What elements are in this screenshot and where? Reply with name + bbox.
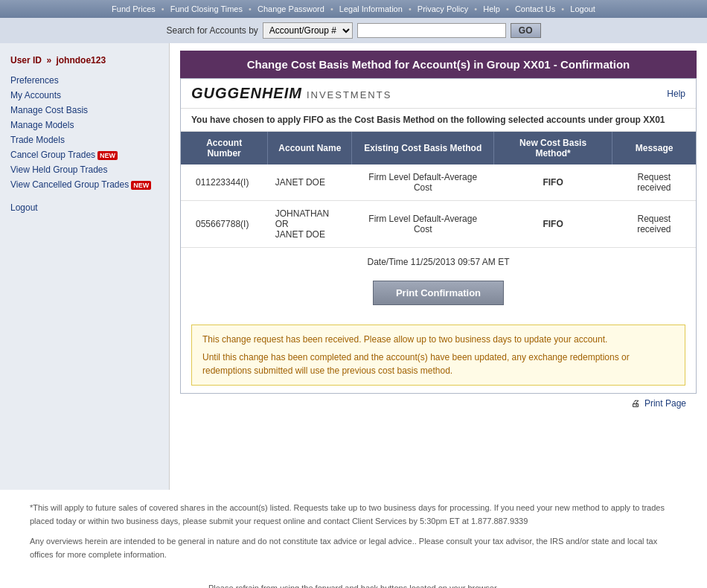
col-new-method: New Cost Basis Method* bbox=[493, 132, 612, 164]
printer-icon: 🖨 bbox=[631, 398, 640, 409]
sidebar: User ID » johndoe123 Preferences My Acco… bbox=[0, 43, 170, 490]
accounts-table: Account Number Account Name Existing Cos… bbox=[181, 132, 696, 248]
guggenheim-investments: INVESTMENTS bbox=[307, 89, 391, 100]
description-text: You have chosen to apply FIFO as the Cos… bbox=[181, 109, 696, 132]
sidebar-item-my-accounts[interactable]: My Accounts bbox=[0, 88, 169, 103]
existing-method-1: Firm Level Default-Average Cost bbox=[352, 164, 494, 201]
datetime-row: Date/Time 11/25/2013 09:57 AM ET bbox=[181, 248, 696, 276]
nav-contact[interactable]: Contact Us bbox=[515, 4, 555, 13]
footer-note-2: Any overviews herein are intended to be … bbox=[30, 535, 677, 561]
footer-note-1: *This will apply to future sales of cove… bbox=[30, 502, 677, 528]
nav-fund-prices[interactable]: Fund Prices bbox=[112, 4, 156, 13]
search-bar: Search for Accounts by Account/Group # G… bbox=[0, 18, 707, 43]
table-row: 055667788(I) JOHNATHAN ORJANET DOE Firm … bbox=[181, 201, 696, 248]
nav-help[interactable]: Help bbox=[483, 4, 500, 13]
sidebar-item-manage-cost-basis[interactable]: Manage Cost Basis bbox=[0, 103, 169, 118]
account-name-2: JOHNATHAN ORJANET DOE bbox=[268, 201, 352, 248]
warning-text-1: This change request has been received. P… bbox=[202, 333, 674, 346]
account-number-2: 055667788(I) bbox=[181, 201, 268, 248]
search-input[interactable] bbox=[357, 23, 506, 38]
arrow-icon: » bbox=[46, 55, 51, 65]
footer-nav-note: Please refrain from using the forward an… bbox=[0, 576, 707, 588]
message-2: Request received bbox=[612, 201, 696, 248]
new-method-2: FIFO bbox=[493, 201, 612, 248]
user-id-prefix: User ID bbox=[10, 55, 42, 65]
new-badge-cancelled: NEW bbox=[131, 181, 151, 190]
top-nav-bar: Fund Prices • Fund Closing Times • Chang… bbox=[0, 0, 707, 18]
search-select[interactable]: Account/Group # bbox=[263, 22, 353, 39]
new-method-1: FIFO bbox=[493, 164, 612, 201]
account-name-1: JANET DOE bbox=[268, 164, 352, 201]
table-row: 011223344(I) JANET DOE Firm Level Defaul… bbox=[181, 164, 696, 201]
footer-note-3: Please refrain from using the forward an… bbox=[203, 584, 505, 588]
nav-fund-closing[interactable]: Fund Closing Times bbox=[170, 4, 243, 13]
new-badge-cancel: NEW bbox=[97, 151, 118, 160]
guggenheim-bar: GUGGENHEIM INVESTMENTS Help bbox=[181, 79, 696, 109]
sidebar-item-view-cancelled[interactable]: View Cancelled Group TradesNEW bbox=[0, 177, 169, 192]
message-1: Request received bbox=[612, 164, 696, 201]
sidebar-item-cancel-group-trades[interactable]: Cancel Group TradesNEW bbox=[0, 147, 169, 162]
datetime-label: Date/Time bbox=[367, 257, 408, 267]
main-layout: User ID » johndoe123 Preferences My Acco… bbox=[0, 43, 707, 490]
page-header: Change Cost Basis Method for Account(s) … bbox=[180, 51, 697, 78]
nav-change-password[interactable]: Change Password bbox=[257, 4, 324, 13]
nav-privacy[interactable]: Privacy Policy bbox=[418, 4, 468, 13]
print-confirmation-button[interactable]: Print Confirmation bbox=[373, 281, 504, 305]
warning-box: This change request has been received. P… bbox=[191, 325, 685, 386]
user-id-display: User ID » johndoe123 bbox=[0, 51, 169, 73]
sidebar-logout[interactable]: Logout bbox=[0, 196, 169, 215]
col-account-number: Account Number bbox=[181, 132, 268, 164]
content-box: GUGGENHEIM INVESTMENTS Help You have cho… bbox=[180, 78, 697, 394]
search-go-button[interactable]: GO bbox=[511, 23, 541, 38]
footer-notes: *This will apply to future sales of cove… bbox=[0, 490, 707, 576]
datetime-value: 11/25/2013 09:57 AM ET bbox=[411, 257, 510, 267]
sidebar-item-preferences[interactable]: Preferences bbox=[0, 73, 169, 88]
username-display: johndoe123 bbox=[56, 55, 106, 65]
existing-method-2: Firm Level Default-Average Cost bbox=[352, 201, 494, 248]
col-account-name: Account Name bbox=[268, 132, 352, 164]
print-btn-row: Print Confirmation bbox=[181, 276, 696, 317]
col-existing-method: Existing Cost Basis Method bbox=[352, 132, 494, 164]
account-number-1: 011223344(I) bbox=[181, 164, 268, 201]
nav-logout-top[interactable]: Logout bbox=[570, 4, 595, 13]
print-page-link[interactable]: Print Page bbox=[644, 398, 686, 409]
guggenheim-logo: GUGGENHEIM INVESTMENTS bbox=[191, 85, 391, 102]
help-link[interactable]: Help bbox=[667, 89, 685, 99]
col-message: Message bbox=[612, 132, 696, 164]
main-content: Change Cost Basis Method for Account(s) … bbox=[170, 43, 707, 490]
print-page-row: 🖨 Print Page bbox=[180, 394, 697, 413]
sidebar-item-trade-models[interactable]: Trade Models bbox=[0, 132, 169, 147]
search-label: Search for Accounts by bbox=[166, 25, 257, 36]
nav-legal-info[interactable]: Legal Information bbox=[339, 4, 403, 13]
warning-text-2: Until this change has been completed and… bbox=[202, 351, 674, 377]
guggenheim-name: GUGGENHEIM bbox=[191, 85, 302, 102]
sidebar-item-view-held[interactable]: View Held Group Trades bbox=[0, 162, 169, 177]
sidebar-item-manage-models[interactable]: Manage Models bbox=[0, 118, 169, 132]
